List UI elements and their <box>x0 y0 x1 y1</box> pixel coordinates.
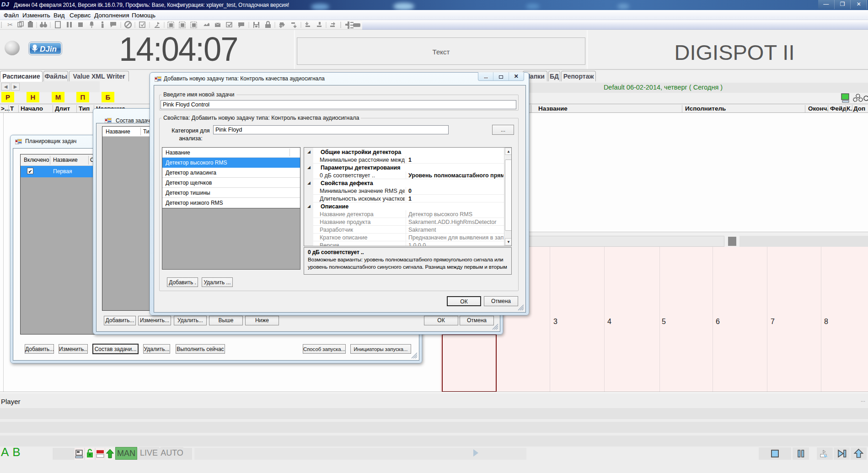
svg-text:✂: ✂ <box>7 21 13 28</box>
svg-text:DJin: DJin <box>40 45 57 53</box>
